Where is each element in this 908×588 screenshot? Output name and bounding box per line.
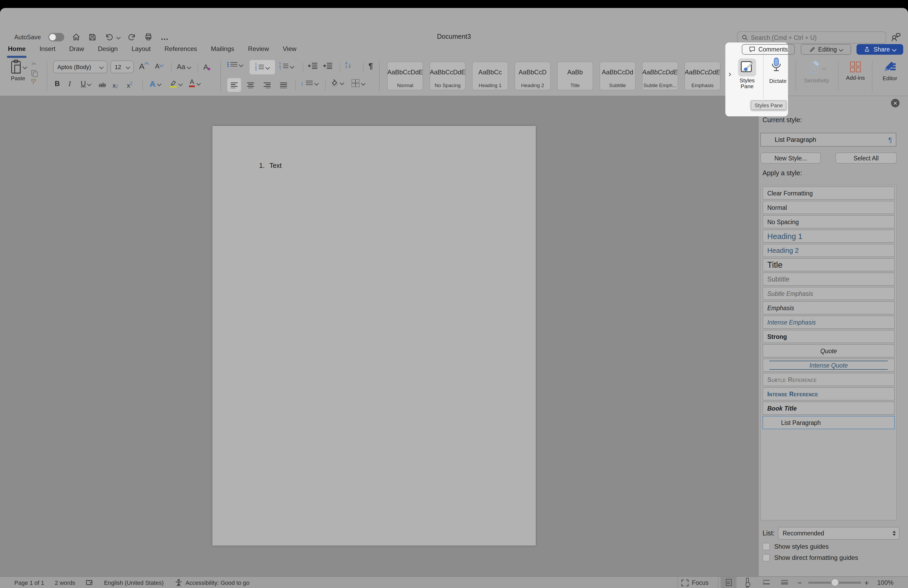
style-item-heading2[interactable]: Heading 2 (763, 244, 895, 257)
align-right-button[interactable] (260, 78, 274, 92)
editor-button[interactable]: Editor (876, 60, 904, 81)
grow-font-button[interactable]: A (139, 61, 148, 71)
focus-icon (681, 579, 689, 586)
style-item-heading1[interactable]: Heading 1 (763, 229, 895, 243)
language-status[interactable]: English (United States) (104, 580, 164, 586)
format-painter-icon[interactable] (31, 79, 37, 85)
show-direct-formatting-row: Show direct formatting guides (763, 554, 858, 561)
italic-button[interactable]: I (69, 80, 71, 88)
style-item-subtle-emphasis[interactable]: Subtle Emphasis (763, 287, 895, 300)
select-all-button[interactable]: Select All (835, 153, 897, 164)
style-card-no-spacing[interactable]: AaBbCcDdENo Spacing (430, 61, 466, 90)
word-count[interactable]: 2 words (55, 580, 76, 586)
paste-button[interactable]: Paste (7, 60, 29, 81)
style-item-title[interactable]: Title (763, 258, 895, 271)
editor-icon (882, 60, 897, 74)
list-paragraph-line[interactable]: 1. Text (259, 162, 282, 169)
justify-button[interactable] (277, 78, 290, 92)
align-left-button[interactable] (227, 78, 241, 92)
microphone-icon (771, 57, 782, 73)
zoom-in-button[interactable]: + (865, 577, 869, 588)
style-card-title[interactable]: AaBbTitle (557, 61, 593, 90)
style-item-subtle-reference[interactable]: Subtle Reference (763, 373, 895, 386)
subscript-button[interactable]: x2 (113, 81, 118, 89)
dictate-button[interactable] (771, 57, 782, 73)
show-direct-formatting-checkbox[interactable] (763, 554, 770, 561)
numbering-button[interactable]: 1 2 3 (250, 60, 275, 74)
style-item-strong[interactable]: Strong (763, 330, 895, 343)
list-filter-select[interactable]: Recommended (778, 527, 900, 540)
style-card-normal[interactable]: AaBbCcDdENormal (387, 61, 423, 90)
shading-button[interactable] (330, 79, 344, 87)
borders-button[interactable] (351, 79, 365, 87)
style-card-emphasis[interactable]: AaBbCcDdEEmphasis (684, 61, 721, 90)
sort-button[interactable]: A Z ↓ (345, 61, 351, 69)
highlight-button[interactable] (170, 80, 182, 88)
new-style-button[interactable]: New Style... (760, 153, 821, 164)
styles-pane-tooltip: Styles Pane (751, 100, 787, 110)
bullets-button[interactable] (227, 62, 243, 68)
zoom-slider-knob[interactable] (831, 578, 839, 586)
comments-button[interactable]: Comments (742, 44, 795, 55)
font-name-select[interactable]: Aptos (Body) (53, 61, 107, 73)
share-button[interactable]: Share (856, 44, 903, 55)
accessibility-status[interactable]: Accessibility: Good to go (185, 580, 250, 586)
style-item-book-title[interactable]: Book Title (763, 401, 895, 415)
font-color-button[interactable]: A (189, 79, 200, 87)
zoom-level[interactable]: 100% (877, 577, 894, 588)
line-spacing-button[interactable]: ↕ (301, 80, 318, 87)
search-input[interactable]: Search (Cmd + Ctrl + U) (737, 31, 886, 43)
outline-view-button[interactable] (758, 577, 774, 588)
gallery-more-button[interactable]: › (729, 69, 731, 78)
current-style-field[interactable]: List Paragraph ¶ (760, 133, 896, 147)
style-item-list-paragraph[interactable]: List Paragraph (763, 416, 895, 429)
close-pane-button[interactable]: ✕ (891, 99, 900, 107)
spellcheck-icon[interactable] (85, 579, 93, 586)
draft-view-button[interactable] (776, 577, 792, 588)
editing-mode-button[interactable]: Editing (801, 44, 851, 55)
zoom-out-button[interactable]: − (798, 577, 802, 588)
document-page[interactable]: 1. Text (213, 126, 536, 546)
cut-icon[interactable]: ✂ (32, 61, 36, 68)
increase-indent-button[interactable] (323, 63, 332, 69)
page-count[interactable]: Page 1 of 1 (14, 580, 44, 586)
multilevel-list-button[interactable]: 1 a i (279, 62, 294, 71)
accessibility-icon[interactable] (175, 579, 182, 586)
style-card-subtitle[interactable]: AaBbCcDdSubtitle (599, 61, 636, 90)
style-card-subtle-emphasis[interactable]: AaBbCcDdESubtle Emph... (642, 61, 678, 90)
style-card-heading1[interactable]: AaBbCcHeading 1 (472, 61, 508, 90)
shrink-font-button[interactable]: A (155, 63, 163, 70)
copy-icon[interactable] (31, 70, 37, 76)
style-item-intense-quote[interactable]: Intense Quote (763, 359, 895, 372)
style-item-subtitle[interactable]: Subtitle (763, 272, 895, 286)
style-item-clear-formatting[interactable]: Clear Formatting (763, 187, 895, 200)
font-size-select[interactable]: 12 (110, 61, 134, 73)
style-item-quote[interactable]: Quote (763, 344, 895, 358)
align-center-button[interactable] (244, 78, 258, 92)
style-item-emphasis[interactable]: Emphasis (763, 301, 895, 314)
paste-chevron-icon (23, 65, 27, 69)
clear-formatting-button[interactable]: A◆ (203, 62, 211, 71)
style-item-no-spacing[interactable]: No Spacing (763, 215, 895, 229)
decrease-indent-button[interactable] (308, 63, 317, 69)
share-contacts-icon[interactable] (891, 32, 901, 42)
print-layout-view-button[interactable] (721, 577, 736, 588)
style-item-intense-emphasis[interactable]: Intense Emphasis (763, 316, 895, 329)
style-item-normal[interactable]: Normal (763, 201, 895, 214)
add-ins-button[interactable]: Add-ins (842, 60, 869, 81)
strikethrough-button[interactable]: ab (99, 81, 106, 89)
bold-button[interactable]: B (55, 80, 60, 88)
focus-button[interactable]: Focus (681, 577, 708, 588)
web-layout-view-button[interactable] (739, 577, 755, 588)
show-paragraph-marks-button[interactable]: ¶ (369, 61, 373, 70)
word-window: AutoSave … Docum (0, 8, 908, 588)
text-effects-button[interactable]: A (150, 79, 161, 88)
underline-button[interactable]: U (81, 80, 91, 88)
style-card-heading2[interactable]: AaBbCcDHeading 2 (515, 61, 551, 90)
sensitivity-button[interactable]: Sensitivity (800, 60, 834, 84)
superscript-button[interactable]: x2 (127, 81, 132, 90)
show-styles-guides-checkbox[interactable] (763, 543, 770, 550)
style-item-intense-reference[interactable]: Intense Reference (763, 387, 895, 401)
styles-pane-button[interactable] (738, 58, 756, 76)
change-case-button[interactable]: Aa (177, 63, 191, 71)
